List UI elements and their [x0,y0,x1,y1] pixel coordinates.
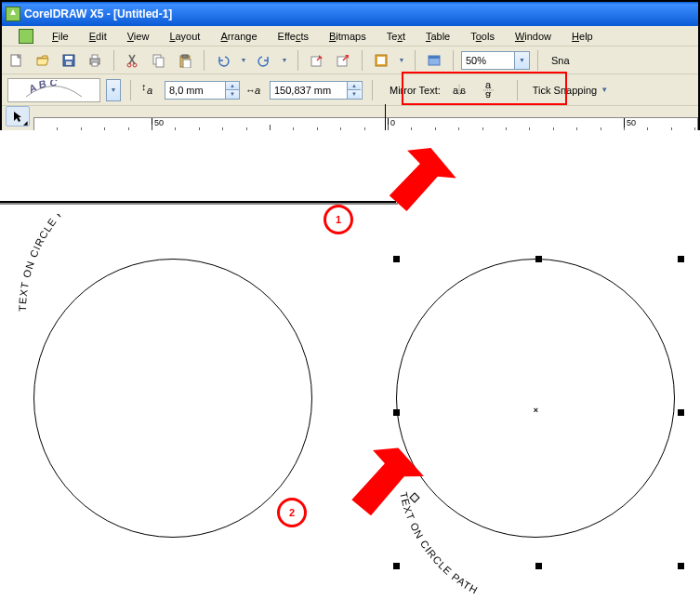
offset-spinner[interactable]: ▲▼ [347,82,361,99]
selection-handle[interactable] [678,563,684,569]
separator [130,80,131,100]
zoom-input[interactable] [462,52,514,69]
separator [113,50,114,71]
undo-button[interactable] [212,49,234,72]
menu-file[interactable]: File [46,29,74,44]
circle-path-2[interactable] [396,259,675,538]
ruler-area: ◢ 50050 [2,106,698,132]
import-button[interactable] [306,49,328,72]
svg-rect-5 [92,55,98,59]
ruler-tick-label: 50 [627,118,636,127]
welcome-button[interactable] [423,49,445,72]
copy-button[interactable] [148,49,170,72]
svg-text:a: a [485,82,492,90]
selection-handle[interactable] [678,409,684,416]
separator [453,50,454,71]
new-button[interactable] [6,49,28,72]
menu-text[interactable]: Text [381,29,411,44]
tick-snapping-dropdown[interactable]: Tick Snapping ▼ [527,85,614,96]
svg-marker-33 [388,147,458,215]
selection-handle[interactable] [393,256,400,262]
svg-text:A B C: A B C [26,80,59,95]
menu-layout[interactable]: Layout [164,29,205,44]
menu-bitmaps[interactable]: Bitmaps [324,29,372,44]
annotation-number-1: 1 [324,205,353,234]
app-icon-small [19,29,33,44]
offset-icon: ↔a [245,81,264,100]
menu-tools[interactable]: Tools [465,29,500,44]
svg-text:a: a [255,85,260,96]
circle-path-1[interactable] [33,259,312,538]
ruler-tick-label: 0 [390,118,395,127]
offset-value[interactable] [271,82,347,99]
page-border-top [0,201,396,203]
menubar: File Edit View Layout Arrange Effects Bi… [2,26,698,47]
menu-help[interactable]: Help [566,29,599,44]
svg-rect-12 [182,55,188,58]
undo-dropdown[interactable]: ▼ [238,49,249,72]
svg-text:a: a [147,85,152,96]
annotation-arrow-2 [307,447,428,535]
window-title: CorelDRAW X5 - [Untitled-1] [24,7,172,20]
horizontal-offset-input[interactable]: ▲▼ [270,81,363,100]
pick-tool[interactable]: ◢ [6,106,30,127]
print-button[interactable] [84,49,106,72]
distance-icon: ↕a [140,81,159,100]
menu-arrange[interactable]: Arrange [215,29,262,44]
window-titlebar: CorelDRAW X5 - [Untitled-1] [2,2,698,26]
separator [372,80,373,100]
menu-window[interactable]: Window [509,29,557,44]
zoom-level-combo[interactable]: ▼ [461,51,530,70]
redo-dropdown[interactable]: ▼ [279,49,290,72]
app-launcher-dropdown[interactable]: ▼ [396,49,407,72]
mirror-vertical-button[interactable]: aa [478,80,500,100]
distance-value[interactable] [165,82,225,99]
save-button[interactable] [58,49,80,72]
redo-button[interactable] [253,49,275,72]
annotation-number-2: 2 [277,498,307,527]
text-path-preset[interactable]: A B C [7,78,100,102]
ruler-tick-label: 50 [154,118,164,127]
drawing-canvas[interactable]: TEXT ON CIRCLE PATH TEXT ON CIRCLE PATH … [0,130,700,600]
zoom-dropdown-icon[interactable]: ▼ [514,52,529,69]
menu-view[interactable]: View [122,29,155,44]
tick-snapping-label: Tick Snapping [533,85,597,96]
mirror-horizontal-button[interactable]: aa [448,80,470,100]
paste-button[interactable] [174,49,196,72]
svg-rect-3 [66,61,72,65]
selection-handle[interactable] [535,256,542,262]
menu-table[interactable]: Table [420,29,456,44]
selection-handle[interactable] [535,563,542,569]
selection-handle[interactable] [393,563,400,569]
svg-marker-34 [350,447,426,520]
selection-handle[interactable] [678,256,684,262]
app-launcher-button[interactable] [370,49,392,72]
distance-from-path-input[interactable]: ▲▼ [165,81,240,100]
app-icon [6,7,20,21]
distance-spinner[interactable]: ▲▼ [225,82,239,99]
chevron-down-icon: ▼ [601,87,608,94]
svg-rect-13 [183,60,191,68]
open-button[interactable] [32,49,54,72]
svg-rect-17 [377,57,385,64]
cut-button[interactable] [122,49,144,72]
separator [517,80,518,100]
svg-text:↕: ↕ [141,83,147,92]
mirror-text-label: Mirror Text: [390,85,441,96]
menu-edit[interactable]: Edit [84,29,112,44]
annotation-arrow-1 [353,147,465,231]
svg-text:TEXT ON CIRCLE PATH: TEXT ON CIRCLE PATH [17,214,82,312]
svg-rect-6 [92,62,98,66]
export-button[interactable] [332,49,354,72]
property-bar: A B C ▼ ↕a ▲▼ ↔a ▲▼ Mirror Text: aa aa T… [2,74,698,106]
selection-center[interactable]: × [532,406,540,414]
preset-dropdown[interactable]: ▼ [106,79,121,101]
selection-handle[interactable] [393,409,400,416]
menu-effects[interactable]: Effects [272,29,314,44]
separator [415,50,416,71]
svg-rect-10 [156,58,164,67]
svg-text:a: a [459,85,466,96]
standard-toolbar: ▼ ▼ ▼ ▼ Sna [2,47,698,74]
separator [297,50,298,71]
separator [204,50,205,71]
